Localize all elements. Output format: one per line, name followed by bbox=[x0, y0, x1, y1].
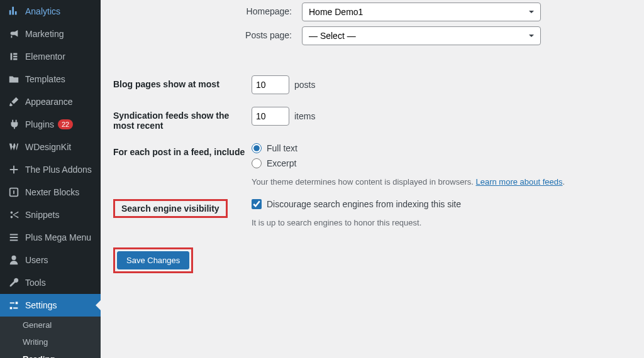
scissors-icon bbox=[8, 209, 20, 221]
settings-submenu: General Writing Reading Discussion bbox=[0, 317, 101, 358]
sidebar-item-appearance[interactable]: Appearance bbox=[0, 90, 101, 113]
sidebar-label: Appearance bbox=[25, 97, 73, 107]
learn-more-feeds-link[interactable]: Learn more about feeds bbox=[475, 177, 562, 187]
brush-icon bbox=[8, 95, 20, 108]
sidebar-item-plus-mega-menu[interactable]: Plus Mega Menu bbox=[0, 226, 101, 249]
homepage-label: Homepage: bbox=[113, 3, 302, 16]
plus-addons-icon bbox=[8, 163, 20, 176]
discourage-note: It is up to search engines to honor this… bbox=[252, 218, 421, 227]
user-icon bbox=[8, 254, 20, 266]
syndication-suffix: items bbox=[294, 111, 315, 121]
wrench-icon bbox=[8, 276, 20, 289]
submenu-writing[interactable]: Writing bbox=[0, 334, 101, 350]
plugins-badge: 22 bbox=[58, 119, 73, 129]
megaphone-icon bbox=[8, 28, 20, 40]
sidebar-label: Snippets bbox=[25, 210, 59, 220]
sidebar-label: Templates bbox=[25, 74, 65, 84]
sidebar-item-templates[interactable]: Templates bbox=[0, 68, 101, 90]
submenu-reading[interactable]: Reading bbox=[0, 350, 101, 358]
admin-sidebar: Analytics Marketing Elementor Templates … bbox=[0, 0, 101, 358]
sidebar-label: WDesignKit bbox=[25, 142, 71, 152]
feed-excerpt-option[interactable]: Excerpt bbox=[252, 158, 296, 168]
blog-pages-suffix: posts bbox=[294, 80, 315, 90]
sidebar-label: Elementor bbox=[25, 52, 65, 62]
mega-menu-icon bbox=[8, 231, 20, 244]
postspage-label: Posts page: bbox=[113, 26, 302, 40]
feed-excerpt-radio[interactable] bbox=[252, 158, 262, 168]
save-button-highlight: Save Changes bbox=[113, 247, 193, 273]
feed-description: Your theme determines how content is dis… bbox=[252, 177, 565, 187]
sidebar-item-snippets[interactable]: Snippets bbox=[0, 203, 101, 226]
main-content: Homepage: Home Demo1 Posts page: — Selec… bbox=[101, 0, 644, 358]
sidebar-item-analytics[interactable]: Analytics bbox=[0, 0, 101, 23]
feed-full-text-radio[interactable] bbox=[252, 143, 262, 153]
sidebar-item-marketing[interactable]: Marketing bbox=[0, 23, 101, 45]
plug-icon bbox=[8, 118, 20, 131]
discourage-checkbox[interactable] bbox=[252, 199, 262, 209]
sidebar-label: Plus Mega Menu bbox=[25, 232, 91, 242]
sidebar-label: Analytics bbox=[25, 6, 60, 16]
search-visibility-label: Search engine visibility bbox=[113, 199, 228, 218]
sidebar-item-settings[interactable]: Settings bbox=[0, 294, 101, 317]
feed-include-label: For each post in a feed, include bbox=[113, 143, 252, 157]
sidebar-item-the-plus-addons[interactable]: The Plus Addons bbox=[0, 158, 101, 181]
sidebar-label: Tools bbox=[25, 278, 46, 288]
sidebar-label: Plugins bbox=[25, 119, 54, 129]
submenu-general[interactable]: General bbox=[0, 317, 101, 334]
sidebar-label: Marketing bbox=[25, 29, 64, 39]
feed-full-text-option[interactable]: Full text bbox=[252, 143, 297, 153]
sidebar-label: Users bbox=[25, 255, 48, 265]
sidebar-item-users[interactable]: Users bbox=[0, 249, 101, 271]
sidebar-item-wdesignkit[interactable]: WDesignKit bbox=[0, 136, 101, 158]
discourage-label: Discourage search engines from indexing … bbox=[267, 199, 461, 209]
sidebar-label: Nexter Blocks bbox=[25, 187, 79, 197]
blog-pages-input[interactable] bbox=[252, 75, 289, 94]
feed-excerpt-label: Excerpt bbox=[267, 158, 296, 168]
sliders-icon bbox=[8, 299, 20, 312]
sidebar-item-tools[interactable]: Tools bbox=[0, 271, 101, 294]
sidebar-item-elementor[interactable]: Elementor bbox=[0, 45, 101, 68]
homepage-select[interactable]: Home Demo1 bbox=[302, 3, 541, 21]
syndication-label: Syndication feeds show the most recent bbox=[113, 107, 252, 131]
wdesignkit-icon bbox=[8, 141, 20, 153]
save-button[interactable]: Save Changes bbox=[117, 251, 189, 269]
discourage-option[interactable]: Discourage search engines from indexing … bbox=[252, 199, 461, 209]
feed-full-text-label: Full text bbox=[267, 143, 297, 153]
nexter-icon bbox=[8, 186, 20, 198]
sidebar-label: Settings bbox=[25, 300, 57, 310]
sidebar-label: The Plus Addons bbox=[25, 165, 92, 175]
sidebar-item-plugins[interactable]: Plugins 22 bbox=[0, 113, 101, 136]
syndication-input[interactable] bbox=[252, 107, 289, 126]
elementor-icon bbox=[8, 50, 20, 63]
analytics-icon bbox=[8, 5, 20, 18]
postspage-select[interactable]: — Select — bbox=[302, 26, 541, 45]
folder-icon bbox=[8, 73, 20, 85]
search-visibility-label-wrap: Search engine visibility bbox=[113, 199, 252, 218]
sidebar-item-nexter-blocks[interactable]: Nexter Blocks bbox=[0, 181, 101, 203]
blog-pages-label: Blog pages show at most bbox=[113, 75, 252, 89]
